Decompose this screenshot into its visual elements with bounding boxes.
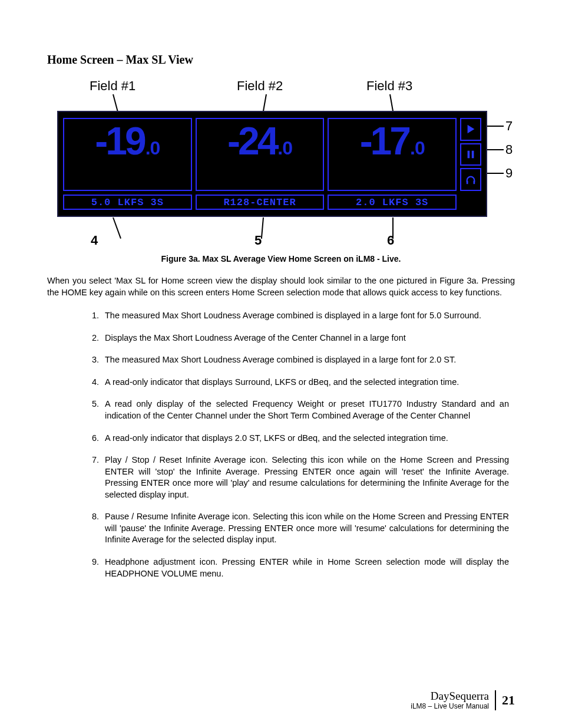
leader-line <box>113 218 121 239</box>
footer-subtitle: iLM8 – Live User Manual <box>411 703 489 710</box>
svg-rect-2 <box>472 151 474 159</box>
list-item: A read only display of the selected Freq… <box>101 398 509 421</box>
intro-paragraph: When you select 'Max SL for Home screen … <box>47 275 515 298</box>
pause-icon[interactable] <box>460 143 481 166</box>
figure-caption: Figure 3a. Max SL Average View Home Scre… <box>47 254 515 263</box>
bar-5: R128-CENTER <box>196 195 325 210</box>
headphone-icon[interactable] <box>460 168 481 191</box>
field-2-dec: .0 <box>277 139 292 157</box>
lcd-display: -19 .0 -24 .0 -17 .0 <box>57 111 487 217</box>
play-icon[interactable] <box>460 118 481 141</box>
svg-rect-4 <box>474 180 475 183</box>
leader-line <box>487 149 504 150</box>
list-item: The measured Max Short Loudness Average … <box>101 310 509 322</box>
field-3-value: -17 .0 <box>328 118 457 191</box>
svg-rect-3 <box>467 180 468 183</box>
bar-6: 2.0 LKFS 3S <box>328 195 457 210</box>
field-1-dec: .0 <box>146 139 160 157</box>
list-item: A read-only indicator that displays 2.0 … <box>101 433 509 444</box>
page-number: 21 <box>502 693 515 708</box>
callout-6: 6 <box>387 233 394 248</box>
callout-8: 8 <box>505 142 513 157</box>
list-item: Play / Stop / Reset Infinite Average ico… <box>101 454 509 500</box>
field-3-int: -17 <box>360 121 409 160</box>
list-item: Pause / Resume Infinite Average icon. Se… <box>101 511 509 546</box>
svg-marker-0 <box>468 125 475 133</box>
list-item: Displays the Max Short Loudness Average … <box>101 332 509 344</box>
field-2-int: -24 <box>227 121 276 160</box>
svg-rect-1 <box>468 151 470 159</box>
list-item: Headphone adjustment icon. Pressing ENTE… <box>101 556 509 579</box>
leader-line <box>487 173 504 174</box>
callout-5: 5 <box>254 233 262 248</box>
label-field-3: Field #3 <box>366 78 412 94</box>
field-1-int: -19 <box>95 121 144 160</box>
figure-3a: Field #1 Field #2 Field #3 -19 .0 -24 .0… <box>48 78 514 249</box>
field-2-value: -24 .0 <box>196 118 325 191</box>
callout-7: 7 <box>505 118 513 134</box>
callout-4: 4 <box>91 233 98 248</box>
label-field-1: Field #1 <box>90 78 135 94</box>
page-footer: DaySequerra iLM8 – Live User Manual 21 <box>411 690 515 710</box>
bar-spacer <box>460 195 481 210</box>
list-item: The measured Max Short Loudness Average … <box>101 354 509 366</box>
footer-brand: DaySequerra <box>411 690 489 703</box>
leader-line <box>487 126 504 127</box>
list-item: A read-only indicator that displays Surr… <box>101 377 509 388</box>
callout-9: 9 <box>505 166 513 181</box>
field-3-dec: .0 <box>410 139 425 157</box>
label-field-2: Field #2 <box>237 78 283 94</box>
bar-4: 5.0 LKFS 3S <box>63 195 192 210</box>
icon-column <box>460 118 481 191</box>
numbered-list: The measured Max Short Loudness Average … <box>47 310 515 579</box>
field-1-value: -19 .0 <box>63 118 192 191</box>
section-heading: Home Screen – Max SL View <box>47 53 515 67</box>
